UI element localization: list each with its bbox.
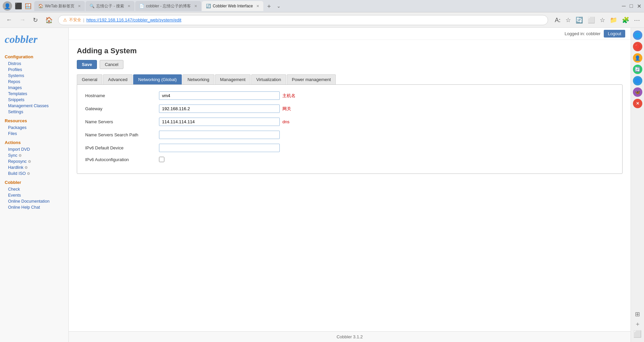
back-button[interactable]: ← (4, 16, 14, 24)
sidebar-item-import-dvd[interactable]: Import DVD (5, 146, 64, 152)
close-window-button[interactable]: ✕ (637, 3, 641, 9)
tab-general[interactable]: General (77, 74, 102, 84)
logo: cobbler (5, 33, 64, 46)
reload-button[interactable]: ↻ (31, 16, 40, 24)
split-screen-icon[interactable]: ⬜ (588, 16, 595, 24)
browser-icon[interactable]: 🪟 (25, 3, 32, 9)
sidebar-item-images[interactable]: Images (5, 85, 64, 91)
tab-cobbler[interactable]: 🔄 Cobbler Web Interface ✕ (202, 1, 263, 11)
reader-icon[interactable]: Aː (555, 16, 561, 24)
tab-close-search[interactable]: ✕ (127, 4, 130, 8)
ext-icon-x[interactable]: ✕ (633, 99, 642, 108)
home-button[interactable]: 🏠 (43, 16, 55, 24)
sidebar-item-snippets[interactable]: Snippets (5, 97, 64, 103)
tab-power-management[interactable]: Power management (287, 74, 336, 84)
address-url[interactable]: https://192.168.116.147/cobbler_web/syst… (86, 17, 543, 22)
tab-list-button[interactable]: ⌄ (275, 3, 283, 9)
form-row-ipv6-default: IPv6 Default Device (85, 144, 614, 152)
tab-networking-global[interactable]: Networking (Global) (133, 74, 182, 84)
tab-close-blog[interactable]: ✕ (194, 4, 197, 8)
gateway-input[interactable] (159, 105, 280, 113)
sidebar-section-resources: Resources Packages Files (5, 118, 64, 137)
sidebar-item-systems[interactable]: Systems (5, 73, 64, 79)
ext-bottom-3[interactable]: ⬜ (633, 330, 642, 338)
page-title: Adding a System (77, 47, 623, 55)
sidebar-item-templates[interactable]: Templates (5, 91, 64, 97)
ipv6-auto-checkbox[interactable] (159, 157, 164, 162)
sidebar-item-files[interactable]: Files (5, 131, 64, 137)
sidebar-item-reposync[interactable]: Reposync ⚙ (5, 158, 64, 164)
security-warning-icon: ⚠ (63, 17, 67, 22)
profile-icon[interactable]: 👤 (3, 1, 12, 11)
tab-manager-icon[interactable]: ⬛ (15, 2, 22, 10)
sidebar-item-online-docs[interactable]: Online Documentation (5, 198, 64, 204)
sidebar-item-online-help[interactable]: Online Help Chat (5, 204, 64, 210)
ext-icon-1[interactable]: 🌐 (633, 30, 642, 40)
name-servers-annotation: dns (282, 119, 289, 124)
tab-close-cobbler[interactable]: ✕ (256, 4, 259, 8)
collections-icon[interactable]: 📁 (610, 16, 617, 24)
maximize-button[interactable]: □ (630, 3, 633, 9)
hostname-label: Hostname (85, 93, 159, 98)
form-row-name-servers-search: Name Servers Search Path (85, 131, 614, 139)
browser-wallet-icon[interactable]: 🔄 (576, 16, 583, 24)
settings-icon[interactable]: ⋯ (634, 16, 640, 24)
logo-text: cobbler (5, 33, 38, 45)
name-servers-search-input[interactable] (159, 131, 280, 139)
cancel-button[interactable]: Cancel (100, 60, 123, 69)
sidebar-item-profiles[interactable]: Profiles (5, 67, 64, 73)
hostname-annotation: 主机名 (282, 93, 296, 99)
hardlink-gear-icon: ⚙ (24, 165, 28, 169)
ext-icon-6[interactable]: 🦋 (633, 87, 642, 97)
ext-bottom-2[interactable]: ＋ (635, 320, 641, 328)
tab-management[interactable]: Management (215, 74, 251, 84)
sidebar-item-settings[interactable]: Settings (5, 109, 64, 115)
tab-networking[interactable]: Networking (182, 74, 214, 84)
ext-icon-3[interactable]: 👤 (633, 53, 642, 63)
logout-button[interactable]: Logout (604, 30, 625, 38)
address-input-wrap[interactable]: ⚠ 不安全 | https://192.168.116.147/cobbler_… (58, 15, 548, 25)
ipv6-auto-label: IPv6 Autoconfiguration (85, 157, 159, 162)
tab-label-blog: cobbler - 忘情公子的博客 (146, 3, 191, 9)
new-tab-button[interactable]: ＋ (264, 2, 274, 10)
tab-advanced[interactable]: Advanced (103, 74, 132, 84)
sidebar-item-distros[interactable]: Distros (5, 61, 64, 67)
favorites-bar-icon[interactable]: ☆ (600, 16, 605, 24)
sidebar-item-check[interactable]: Check (5, 186, 64, 192)
minimize-button[interactable]: ─ (622, 3, 626, 9)
sidebar-item-management-classes[interactable]: Management Classes (5, 103, 64, 109)
ext-icon-2[interactable]: 🔴 (633, 42, 642, 51)
favorites-icon[interactable]: ☆ (566, 16, 571, 24)
name-servers-input[interactable] (159, 118, 280, 126)
name-servers-label: Name Servers (85, 119, 159, 124)
sidebar-item-build-iso[interactable]: Build ISO ⚙ (5, 170, 64, 177)
tab-close-wetab[interactable]: ✕ (78, 4, 81, 8)
sidebar-item-events[interactable]: Events (5, 192, 64, 198)
sidebar-item-repos[interactable]: Repos (5, 79, 64, 85)
tab-search[interactable]: 🔍 忘情公子 - 搜索 ✕ (86, 1, 135, 11)
form-row-gateway: Gateway 网关 (85, 105, 614, 113)
address-separator: | (83, 17, 84, 22)
ext-icon-5[interactable]: 🌀 (633, 76, 642, 85)
name-servers-search-label: Name Servers Search Path (85, 132, 159, 137)
form-row-ipv6-auto: IPv6 Autoconfiguration (85, 157, 614, 162)
ext-icon-4[interactable]: 🔄 (633, 65, 642, 74)
sidebar: cobbler Configuration Distros Profiles S… (0, 28, 69, 342)
ipv6-default-label: IPv6 Default Device (85, 145, 159, 150)
sidebar-item-sync[interactable]: Sync ⚙ (5, 152, 64, 158)
tab-virtualization[interactable]: Virtualization (251, 74, 286, 84)
sidebar-item-packages[interactable]: Packages (5, 125, 64, 131)
gateway-label: Gateway (85, 106, 159, 111)
footer-text: Cobbler 3.1.2 (336, 334, 363, 339)
address-bar: ← → ↻ 🏠 ⚠ 不安全 | https://192.168.116.147/… (0, 12, 644, 28)
tab-blog[interactable]: 📄 cobbler - 忘情公子的博客 ✕ (135, 1, 201, 11)
tab-wetab[interactable]: 🏠 WeTab 新标签页 ✕ (34, 1, 85, 11)
ipv6-default-input[interactable] (159, 144, 280, 152)
save-button[interactable]: Save (77, 60, 97, 69)
extensions-icon[interactable]: 🧩 (622, 16, 629, 24)
sidebar-item-hardlink[interactable]: Hardlink ⚙ (5, 164, 64, 170)
forward-button[interactable]: → (17, 16, 28, 24)
section-title-actions: Actions (5, 140, 64, 145)
hostname-input[interactable] (159, 91, 280, 100)
ext-bottom-1[interactable]: ⊞ (635, 311, 640, 318)
